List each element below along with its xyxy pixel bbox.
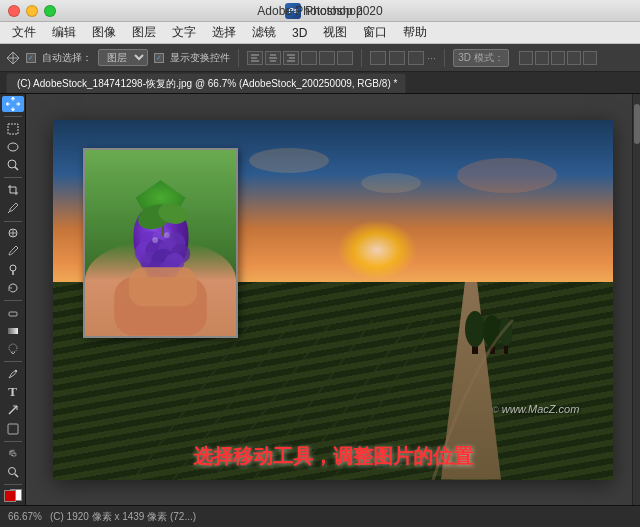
window-controls[interactable] bbox=[8, 5, 56, 17]
menu-filter[interactable]: 滤镜 bbox=[244, 22, 284, 43]
separator4 bbox=[4, 300, 22, 301]
menu-image[interactable]: 图像 bbox=[84, 22, 124, 43]
move-tool-btn[interactable] bbox=[2, 96, 24, 112]
3d-icon-1[interactable] bbox=[519, 51, 533, 65]
tab-filename: (C) AdobeStock_184741298-恢复的.jpg @ 66.7%… bbox=[17, 77, 397, 91]
clone-stamp-tool[interactable] bbox=[2, 262, 24, 278]
canvas-area[interactable]: © www.MacZ.com bbox=[26, 94, 640, 505]
extra-icon-3[interactable] bbox=[408, 51, 424, 65]
more-icon[interactable]: ··· bbox=[427, 52, 436, 64]
blur-tool-btn[interactable] bbox=[2, 341, 24, 357]
eraser-tool-btn[interactable] bbox=[2, 305, 24, 321]
svg-rect-68 bbox=[129, 267, 197, 306]
shape-tool-btn[interactable] bbox=[2, 420, 24, 436]
separator3 bbox=[4, 221, 22, 222]
overlay-image[interactable] bbox=[83, 148, 238, 338]
svg-point-24 bbox=[8, 467, 15, 474]
svg-point-10 bbox=[8, 143, 18, 151]
menu-window[interactable]: 窗口 bbox=[355, 22, 395, 43]
separator bbox=[4, 116, 22, 117]
scrollbar-thumb[interactable] bbox=[634, 104, 640, 144]
crop-tool-btn[interactable] bbox=[2, 182, 24, 198]
grape-detail bbox=[85, 150, 236, 336]
grape-background bbox=[85, 150, 236, 336]
svg-rect-9 bbox=[8, 124, 18, 134]
transform-label: 显示变换控件 bbox=[170, 51, 230, 65]
menu-view[interactable]: 视图 bbox=[315, 22, 355, 43]
3d-icon-5[interactable] bbox=[583, 51, 597, 65]
window-title: Adobe Photoshop 2020 bbox=[257, 4, 382, 18]
menu-3d[interactable]: 3D bbox=[284, 24, 315, 42]
separator7 bbox=[4, 484, 22, 485]
menu-select[interactable]: 选择 bbox=[204, 22, 244, 43]
svg-point-63 bbox=[164, 232, 170, 238]
pen-tool-btn[interactable] bbox=[2, 366, 24, 382]
menu-file[interactable]: 文件 bbox=[4, 22, 44, 43]
eyedropper-tool-btn[interactable] bbox=[2, 200, 24, 216]
separator-3 bbox=[444, 49, 445, 67]
align-center-icon[interactable] bbox=[265, 51, 281, 65]
tab-bar: (C) AdobeStock_184741298-恢复的.jpg @ 66.7%… bbox=[0, 72, 640, 94]
background-image: © www.MacZ.com bbox=[53, 120, 613, 480]
watermark: © www.MacZ.com bbox=[492, 403, 579, 415]
watermark-text: www.MacZ.com bbox=[502, 403, 580, 415]
auto-select-label: 自动选择： bbox=[42, 51, 92, 65]
menu-layer[interactable]: 图层 bbox=[124, 22, 164, 43]
svg-rect-21 bbox=[8, 424, 18, 434]
svg-point-20 bbox=[15, 370, 17, 372]
menu-bar: 文件 编辑 图像 图层 文字 选择 滤镜 3D 视图 窗口 帮助 bbox=[0, 22, 640, 44]
menu-edit[interactable]: 编辑 bbox=[44, 22, 84, 43]
svg-point-15 bbox=[10, 265, 16, 271]
vertical-scrollbar[interactable] bbox=[632, 94, 640, 505]
zoom-tool-btn[interactable] bbox=[2, 464, 24, 480]
distribute-h-icon[interactable] bbox=[337, 51, 353, 65]
close-button[interactable] bbox=[8, 5, 20, 17]
transform-checkbox[interactable] bbox=[154, 53, 164, 63]
lasso-tool-btn[interactable] bbox=[2, 139, 24, 155]
menu-help[interactable]: 帮助 bbox=[395, 22, 435, 43]
3d-mode-button[interactable]: 3D 模式： bbox=[453, 49, 509, 67]
separator6 bbox=[4, 441, 22, 442]
main-layout: T bbox=[0, 94, 640, 505]
align-right-icon[interactable] bbox=[283, 51, 299, 65]
svg-point-11 bbox=[8, 160, 16, 168]
rectangular-marquee-tool[interactable] bbox=[2, 121, 24, 137]
extra-icon-2[interactable] bbox=[389, 51, 405, 65]
3d-icon-3[interactable] bbox=[551, 51, 565, 65]
align-left-icon[interactable] bbox=[247, 51, 263, 65]
svg-line-25 bbox=[15, 474, 18, 477]
extra-icons: ··· bbox=[370, 51, 436, 65]
distribute-icon[interactable] bbox=[301, 51, 317, 65]
options-bar: 自动选择： 图层 组 显示变换控件 ··· 3D 模式： bbox=[0, 44, 640, 72]
healing-brush-tool[interactable] bbox=[2, 225, 24, 241]
separator5 bbox=[4, 361, 22, 362]
gradient-tool-btn[interactable] bbox=[2, 323, 24, 339]
copyright-icon: © bbox=[492, 405, 499, 415]
minimize-button[interactable] bbox=[26, 5, 38, 17]
extra-icon-1[interactable] bbox=[370, 51, 386, 65]
svg-line-12 bbox=[15, 167, 18, 170]
auto-select-checkbox[interactable] bbox=[26, 53, 36, 63]
3d-icons bbox=[519, 51, 597, 65]
history-brush-tool[interactable] bbox=[2, 280, 24, 296]
3d-icon-2[interactable] bbox=[535, 51, 549, 65]
3d-icon-4[interactable] bbox=[567, 51, 581, 65]
color-swatches[interactable] bbox=[2, 488, 24, 503]
separator2 bbox=[4, 177, 22, 178]
svg-rect-18 bbox=[8, 328, 18, 334]
separator-2 bbox=[361, 49, 362, 67]
quick-select-tool-btn[interactable] bbox=[2, 157, 24, 173]
text-tool-btn[interactable]: T bbox=[2, 384, 24, 400]
separator-1 bbox=[238, 49, 239, 67]
layer-select[interactable]: 图层 组 bbox=[98, 49, 148, 66]
svg-line-13 bbox=[8, 211, 10, 213]
title-bar: Ps Photoshop Adobe Photoshop 2020 bbox=[0, 0, 640, 22]
distribute-v-icon[interactable] bbox=[319, 51, 335, 65]
toolbar: T bbox=[0, 94, 26, 505]
active-tab[interactable]: (C) AdobeStock_184741298-恢复的.jpg @ 66.7%… bbox=[6, 73, 406, 93]
brush-tool-btn[interactable] bbox=[2, 243, 24, 259]
menu-text[interactable]: 文字 bbox=[164, 22, 204, 43]
path-select-tool-btn[interactable] bbox=[2, 402, 24, 418]
maximize-button[interactable] bbox=[44, 5, 56, 17]
hand-tool-btn[interactable] bbox=[2, 445, 24, 461]
